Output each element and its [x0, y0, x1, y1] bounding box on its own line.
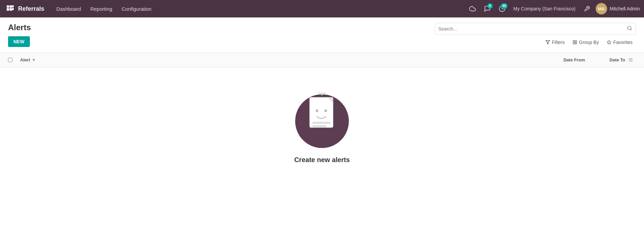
- activity-badge: 45: [501, 3, 507, 9]
- svg-rect-8: [12, 5, 14, 7]
- main-content: Alerts NEW Filters: [0, 17, 644, 247]
- company-selector[interactable]: My Company (San Francisco): [511, 5, 578, 13]
- column-header-date-from: Date From: [531, 57, 585, 62]
- filters-button[interactable]: Filters: [542, 38, 568, 47]
- svg-rect-32: [312, 122, 330, 124]
- column-header-date-to: Date To: [585, 57, 625, 62]
- table-header: Alert ▾ Date From Date To: [0, 53, 644, 67]
- svg-line-27: [322, 92, 325, 95]
- svg-point-31: [324, 109, 327, 112]
- groupby-button[interactable]: Group By: [569, 38, 602, 47]
- select-all-input[interactable]: [8, 58, 12, 62]
- svg-rect-11: [12, 8, 14, 10]
- search-submit-button[interactable]: [627, 26, 632, 32]
- search-bar: [435, 23, 636, 35]
- search-area: Filters Group By Favorites: [435, 23, 636, 50]
- avatar[interactable]: MA: [596, 3, 607, 14]
- svg-marker-21: [607, 40, 611, 44]
- svg-rect-7: [9, 5, 11, 7]
- svg-rect-19: [573, 43, 575, 44]
- empty-illustration: [295, 94, 349, 148]
- svg-marker-16: [546, 41, 550, 44]
- svg-rect-20: [575, 43, 577, 44]
- empty-state-illustration: [300, 92, 344, 143]
- svg-rect-9: [7, 8, 9, 10]
- nav-reporting[interactable]: Reporting: [86, 4, 116, 14]
- chat-badge: 8: [487, 3, 493, 9]
- top-navbar: Referrals Dashboard Reporting Configurat…: [0, 0, 644, 17]
- main-nav-menu: Dashboard Reporting Configuration: [52, 4, 467, 14]
- svg-point-30: [316, 109, 318, 112]
- favorites-button[interactable]: Favorites: [603, 38, 636, 47]
- column-settings-icon[interactable]: [625, 57, 636, 62]
- nav-configuration[interactable]: Configuration: [117, 4, 155, 14]
- activity-icon[interactable]: 45: [496, 3, 508, 15]
- svg-line-25: [319, 92, 322, 95]
- chat-icon[interactable]: 8: [481, 3, 493, 15]
- svg-rect-10: [9, 8, 11, 10]
- svg-rect-6: [7, 5, 9, 7]
- page-header: Alerts NEW Filters: [0, 17, 644, 53]
- cloud-icon[interactable]: [467, 3, 479, 15]
- nav-dashboard[interactable]: Dashboard: [52, 4, 85, 14]
- column-header-alert: Alert ▾: [20, 57, 531, 62]
- search-input[interactable]: [438, 26, 627, 32]
- select-all-checkbox[interactable]: [8, 58, 17, 62]
- svg-rect-17: [573, 41, 575, 42]
- svg-rect-18: [575, 41, 577, 42]
- settings-icon[interactable]: [581, 3, 593, 15]
- svg-point-14: [628, 26, 631, 30]
- app-title: Referrals: [18, 5, 44, 12]
- empty-state-message: Create new alerts: [294, 156, 350, 164]
- topnav-right-section: 8 45 My Company (San Francisco) MA Mitch…: [467, 3, 640, 15]
- new-button[interactable]: NEW: [8, 36, 30, 47]
- search-controls: Filters Group By Favorites: [542, 38, 636, 47]
- sort-icon[interactable]: ▾: [33, 57, 35, 62]
- svg-rect-33: [312, 125, 326, 127]
- empty-state: Create new alerts: [0, 67, 644, 184]
- svg-line-15: [631, 29, 632, 30]
- page-title: Alerts: [8, 23, 435, 32]
- apps-menu-icon[interactable]: [4, 3, 16, 15]
- page-title-section: Alerts NEW: [8, 23, 435, 52]
- user-name[interactable]: Mitchell Admin: [610, 6, 640, 11]
